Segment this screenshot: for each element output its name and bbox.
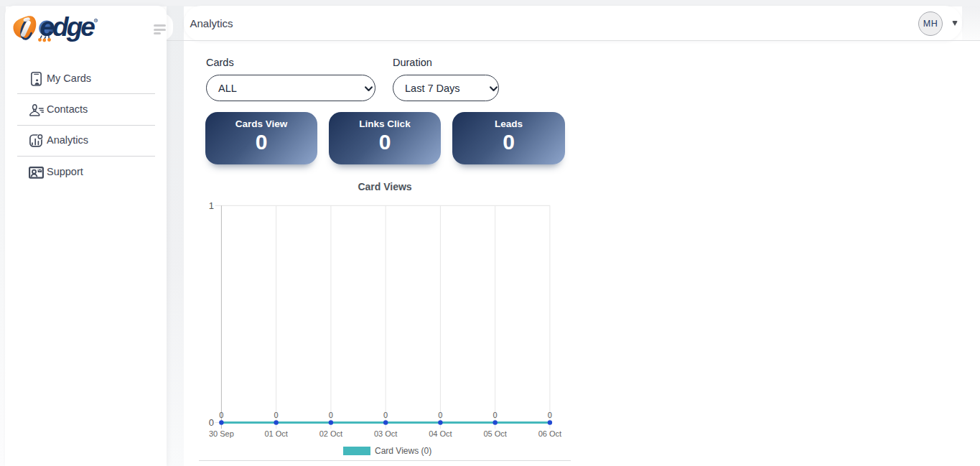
svg-text:0: 0 — [209, 417, 214, 428]
svg-text:04 Oct: 04 Oct — [429, 429, 452, 438]
svg-text:06 Oct: 06 Oct — [538, 429, 561, 438]
svg-text:0: 0 — [438, 411, 442, 419]
svg-text:0: 0 — [383, 411, 388, 419]
svg-text:0: 0 — [329, 411, 333, 419]
svg-text:03 Oct: 03 Oct — [374, 429, 397, 438]
svg-text:0: 0 — [548, 411, 552, 419]
svg-text:05 Oct: 05 Oct — [483, 429, 506, 438]
svg-text:1: 1 — [209, 200, 214, 211]
svg-text:30 Sep: 30 Sep — [209, 429, 234, 438]
svg-text:0: 0 — [274, 411, 279, 419]
svg-text:R: R — [95, 19, 97, 22]
svg-text:0: 0 — [493, 411, 498, 419]
svg-text:0: 0 — [219, 411, 223, 419]
svg-text:01 Oct: 01 Oct — [264, 429, 287, 438]
svg-text:edge: edge — [40, 12, 95, 42]
svg-text:02 Oct: 02 Oct — [319, 429, 342, 438]
